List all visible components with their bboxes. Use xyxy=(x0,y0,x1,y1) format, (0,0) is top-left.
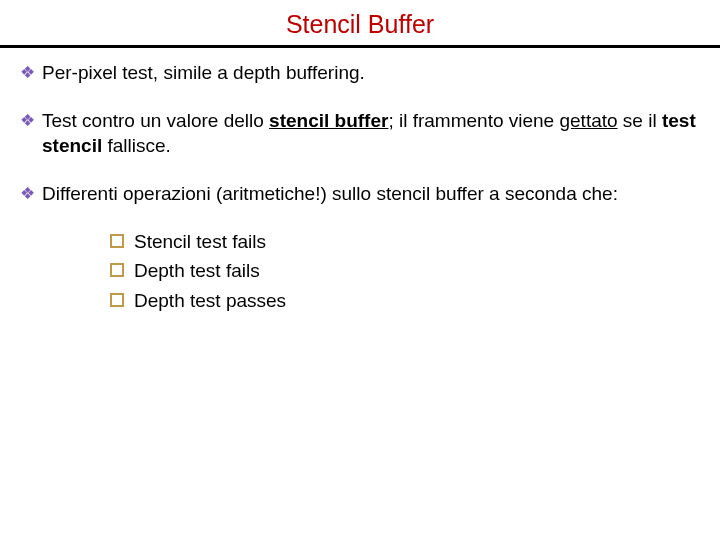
text-run: Test contro un valore dello xyxy=(42,110,269,131)
sub-list-item: Stencil test fails xyxy=(110,229,700,255)
diamond-bullet-icon: ❖ xyxy=(20,109,36,133)
slide: Stencil Buffer ❖ Per-pixel test, simile … xyxy=(0,0,720,540)
square-bullet-icon xyxy=(110,263,124,277)
sub-item-text: Stencil test fails xyxy=(134,229,266,255)
text-run: se il xyxy=(618,110,662,131)
diamond-bullet-icon: ❖ xyxy=(20,182,36,206)
sub-list-item: Depth test passes xyxy=(110,288,700,314)
sub-item-text: Depth test fails xyxy=(134,258,260,284)
title-area: Stencil Buffer xyxy=(0,0,720,45)
bullet-text: Per-pixel test, simile a depth buffering… xyxy=(42,60,700,86)
bullet-text: Test contro un valore dello stencil buff… xyxy=(42,108,700,159)
bullet-item: ❖ Test contro un valore dello stencil bu… xyxy=(20,108,700,159)
bullet-text: Differenti operazioni (aritmetiche!) sul… xyxy=(42,181,700,207)
diamond-bullet-icon: ❖ xyxy=(20,61,36,85)
sub-list-item: Depth test fails xyxy=(110,258,700,284)
slide-content: ❖ Per-pixel test, simile a depth bufferi… xyxy=(0,48,720,313)
bullet-item: ❖ Differenti operazioni (aritmetiche!) s… xyxy=(20,181,700,207)
slide-title: Stencil Buffer xyxy=(286,10,434,38)
sub-item-text: Depth test passes xyxy=(134,288,286,314)
bullet-item: ❖ Per-pixel test, simile a depth bufferi… xyxy=(20,60,700,86)
square-bullet-icon xyxy=(110,293,124,307)
text-run-emph: gettato xyxy=(559,110,617,131)
sub-list: Stencil test fails Depth test fails Dept… xyxy=(110,229,700,314)
square-bullet-icon xyxy=(110,234,124,248)
text-run-emph: stencil buffer xyxy=(269,110,388,131)
text-run: fallisce. xyxy=(102,135,171,156)
text-run: ; il frammento viene xyxy=(388,110,559,131)
